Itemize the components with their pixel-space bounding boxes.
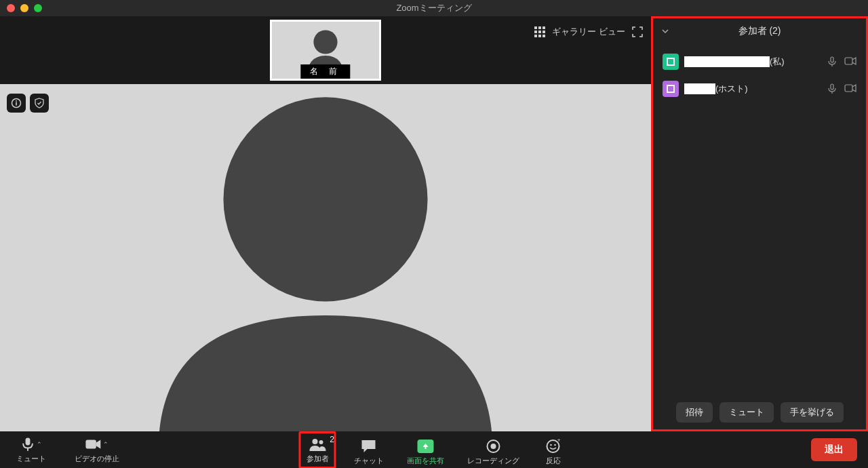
share-screen-label: 画面を共有 bbox=[407, 456, 444, 466]
self-video-thumbnail[interactable]: 名 前 bbox=[270, 20, 381, 81]
window-title: Zoomミーティング bbox=[0, 2, 868, 14]
raise-hand-button[interactable]: 手を挙げる bbox=[781, 402, 844, 423]
svg-rect-8 bbox=[538, 35, 541, 37]
share-screen-button[interactable]: 画面を共有 bbox=[401, 435, 450, 469]
participants-panel-title: 参加者 (2) bbox=[738, 25, 781, 37]
participant-name-redacted bbox=[684, 83, 715, 94]
participant-avatar bbox=[663, 81, 679, 97]
chat-button[interactable]: チャット bbox=[349, 435, 389, 469]
svg-point-0 bbox=[313, 30, 337, 54]
svg-rect-6 bbox=[542, 31, 545, 33]
svg-rect-2 bbox=[538, 26, 541, 29]
svg-rect-12 bbox=[16, 100, 17, 102]
svg-rect-9 bbox=[542, 35, 545, 37]
svg-rect-7 bbox=[534, 35, 537, 37]
participants-icon bbox=[309, 437, 326, 451]
chat-bubble-icon bbox=[361, 439, 377, 454]
participant-avatar bbox=[663, 54, 679, 70]
camera-icon bbox=[844, 83, 856, 94]
svg-point-23 bbox=[312, 439, 317, 444]
stop-video-button[interactable]: ⌃ ビデオの停止 bbox=[69, 433, 125, 467]
smiley-icon: + bbox=[546, 439, 561, 454]
participants-panel: 参加者 (2) (私) bbox=[651, 16, 868, 431]
svg-point-13 bbox=[223, 97, 427, 301]
stop-video-label: ビデオの停止 bbox=[75, 454, 119, 464]
gallery-view-button[interactable]: ギャラリー ビュー bbox=[552, 26, 625, 38]
svg-rect-1 bbox=[534, 26, 537, 29]
participant-tag: (ホスト) bbox=[715, 83, 748, 95]
encryption-shield-icon[interactable] bbox=[30, 94, 49, 113]
svg-rect-4 bbox=[534, 31, 537, 33]
participants-list: (私) (ホスト) bbox=[653, 44, 866, 395]
svg-text:+: + bbox=[557, 439, 561, 444]
participant-tag: (私) bbox=[770, 56, 785, 68]
svg-point-28 bbox=[550, 444, 552, 446]
titlebar: Zoomミーティング bbox=[0, 0, 868, 16]
participants-button[interactable]: 2 参加者 bbox=[299, 431, 336, 469]
avatar-placeholder-large-icon bbox=[136, 84, 515, 431]
svg-rect-3 bbox=[542, 26, 545, 29]
record-button[interactable]: レコーディング bbox=[462, 435, 525, 469]
record-label: レコーディング bbox=[467, 456, 519, 466]
fullscreen-icon[interactable] bbox=[632, 26, 643, 37]
video-camera-icon bbox=[85, 438, 102, 450]
record-icon bbox=[486, 439, 500, 454]
svg-rect-11 bbox=[16, 102, 17, 106]
reactions-label: 反応 bbox=[546, 456, 561, 466]
microphone-icon bbox=[20, 437, 35, 452]
svg-point-26 bbox=[490, 444, 496, 449]
participants-panel-header: 参加者 (2) bbox=[653, 18, 866, 44]
chat-label: チャット bbox=[354, 456, 384, 466]
microphone-icon bbox=[827, 83, 837, 94]
svg-rect-14 bbox=[831, 57, 833, 62]
main-video-area: 名 前 ギャラリー ビュー bbox=[0, 16, 651, 431]
participants-count-badge: 2 bbox=[330, 435, 334, 444]
svg-point-24 bbox=[319, 440, 323, 444]
svg-rect-5 bbox=[538, 31, 541, 33]
participant-name-redacted bbox=[684, 56, 770, 67]
mute-button[interactable]: ⌃ ミュート bbox=[11, 433, 52, 467]
active-speaker-area bbox=[0, 84, 651, 431]
participants-panel-footer: 招待 ミュート 手を挙げる bbox=[653, 395, 866, 429]
thumbnail-name-label: 名 前 bbox=[300, 64, 350, 79]
camera-icon bbox=[844, 56, 856, 67]
svg-rect-16 bbox=[845, 58, 852, 64]
reactions-button[interactable]: + 反応 bbox=[537, 435, 570, 469]
mute-all-button[interactable]: ミュート bbox=[719, 402, 774, 423]
meeting-toolbar: ⌃ ミュート ⌃ ビデオの停止 2 参加者 チャット bbox=[0, 431, 868, 468]
svg-point-29 bbox=[554, 444, 556, 446]
invite-button[interactable]: 招待 bbox=[676, 402, 713, 423]
mute-label: ミュート bbox=[16, 454, 46, 464]
svg-rect-20 bbox=[26, 437, 31, 445]
gallery-grid-icon[interactable] bbox=[534, 26, 545, 37]
info-icon[interactable] bbox=[7, 94, 26, 113]
video-options-chevron-icon[interactable]: ⌃ bbox=[103, 441, 108, 448]
participant-row[interactable]: (私) bbox=[653, 48, 866, 75]
audio-options-chevron-icon[interactable]: ⌃ bbox=[37, 441, 42, 448]
participants-label: 参加者 bbox=[307, 454, 329, 464]
svg-rect-19 bbox=[845, 85, 852, 92]
svg-rect-22 bbox=[85, 440, 96, 448]
svg-rect-17 bbox=[831, 84, 833, 90]
share-screen-icon bbox=[417, 440, 433, 453]
leave-meeting-button[interactable]: 退出 bbox=[811, 438, 857, 461]
participant-row[interactable]: (ホスト) bbox=[653, 75, 866, 102]
microphone-icon bbox=[827, 56, 837, 67]
chevron-down-icon[interactable] bbox=[661, 27, 669, 35]
